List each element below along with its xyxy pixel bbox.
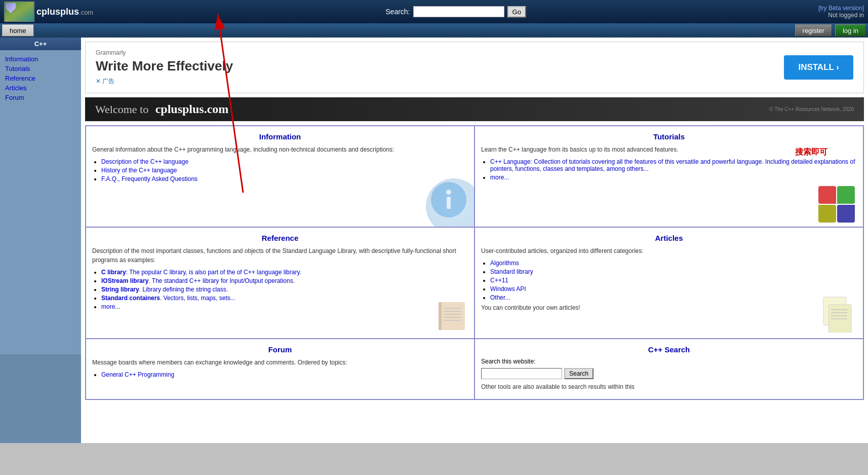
reference-desc: Description of the most important classe…: [92, 246, 468, 265]
ad-brand: Grammarly: [96, 49, 233, 56]
welcome-banner: Welcome to cplusplus.com © The C++ Resou…: [85, 97, 864, 121]
information-links: Description of the C++ language History …: [101, 158, 468, 182]
tut-link-1[interactable]: C++ Language: Collection of tutorials co…: [490, 158, 855, 172]
search-input[interactable]: [413, 6, 504, 17]
forum-title: Forum: [92, 345, 468, 354]
register-button[interactable]: register: [795, 24, 832, 36]
navbar: home register log in: [0, 23, 868, 38]
search-website-label: Search this website:: [481, 358, 857, 365]
beta-link[interactable]: [try Beta version]: [818, 5, 864, 12]
sidebar-item-reference[interactable]: Reference: [5, 75, 76, 82]
information-desc: General information about the C++ progra…: [92, 145, 468, 154]
sidebar-title: C++: [0, 38, 81, 50]
ad-banner: Grammarly Write More Effectively ✕ 广告 IN…: [85, 42, 864, 93]
art-link-3[interactable]: C++11: [490, 277, 508, 284]
search-website-row: Search: [481, 368, 857, 379]
ref-link-1[interactable]: C library: The popular C library, is als…: [101, 269, 301, 276]
home-button[interactable]: home: [2, 24, 34, 36]
articles-cell: Articles User-contributed articles, orga…: [475, 227, 863, 339]
info-link-3[interactable]: F.A.Q., Frequently Asked Questions: [101, 175, 198, 182]
art-link-4[interactable]: Windows API: [490, 285, 526, 293]
welcome-text: Welcome to: [95, 103, 148, 116]
welcome-text-area: Welcome to cplusplus.com: [95, 102, 228, 116]
search-website-button[interactable]: Search: [564, 368, 594, 379]
sidebar: C++ Information Tutorials Reference Arti…: [0, 38, 81, 443]
install-button[interactable]: INSTALL ›: [784, 55, 853, 80]
ref-link-3[interactable]: String library. Library defining the str…: [101, 286, 228, 293]
art-link-1[interactable]: Algorithms: [490, 260, 519, 267]
ad-footer[interactable]: ✕ 广告: [96, 77, 233, 86]
top-bar: cplusplus.com Search: Go [try Beta versi…: [0, 0, 868, 23]
book-decoration: [435, 297, 470, 334]
welcome-copyright: © The C++ Resources Network, 2020: [769, 106, 854, 112]
info-link-1[interactable]: Description of the C++ language: [101, 158, 188, 165]
articles-links: Algorithms Standard library C++11 Window…: [490, 260, 857, 301]
sidebar-links: Information Tutorials Reference Articles…: [0, 50, 81, 354]
cppsearch-cell: C++ Search Search this website: Search O…: [475, 339, 863, 399]
ad-content: Grammarly Write More Effectively ✕ 广告: [96, 49, 233, 86]
sidebar-item-articles[interactable]: Articles: [5, 84, 76, 92]
ref-link-4[interactable]: Standard containers. Vectors, lists, map…: [101, 295, 235, 302]
forum-link-1[interactable]: General C++ Programming: [101, 371, 174, 378]
sidebar-item-tutorials[interactable]: Tutorials: [5, 65, 76, 72]
svg-rect-7: [440, 302, 465, 330]
reference-title: Reference: [92, 234, 468, 242]
cppsearch-title: C++ Search: [481, 345, 857, 354]
logo-icon: [4, 2, 34, 22]
ref-link-2[interactable]: IOStream library. The standard C++ libra…: [101, 277, 295, 284]
logo-text-area: cplusplus.com: [36, 7, 93, 17]
info-decoration: [426, 178, 475, 227]
forum-cell: Forum Message boards where members can e…: [86, 339, 475, 399]
ad-title: Write More Effectively: [96, 58, 233, 74]
information-cell: Information General information about th…: [86, 126, 475, 227]
doc-decoration: [821, 295, 859, 334]
reference-cell: Reference Description of the most import…: [86, 227, 475, 339]
ref-link-more[interactable]: more...: [101, 303, 120, 310]
search-extra: Other tools are also available to search…: [481, 383, 857, 390]
reference-links: C library: The popular C library, is als…: [101, 269, 468, 310]
tutorials-links: C++ Language: Collection of tutorials co…: [490, 158, 857, 181]
not-logged-text: Not logged in: [818, 12, 864, 19]
tutorials-cell: Tutorials Learn the C++ language from it…: [475, 126, 863, 227]
articles-desc: User-contributed articles, organized int…: [481, 246, 857, 255]
header-search-area: Search: Go: [385, 6, 526, 18]
login-button[interactable]: log in: [835, 24, 866, 36]
forum-links: General C++ Programming: [101, 371, 468, 378]
logo-area: cplusplus.com: [4, 2, 93, 22]
art-link-5[interactable]: Other...: [490, 294, 510, 301]
user-area: [try Beta version] Not logged in: [818, 5, 864, 19]
sidebar-item-information[interactable]: Information: [5, 55, 76, 63]
svg-rect-1: [5, 2, 33, 21]
puzzle-decoration: [818, 186, 859, 223]
logo-name: cplusplus: [36, 7, 79, 17]
content-grid: Information General information about th…: [85, 125, 864, 400]
tutorials-title: Tutorials: [481, 132, 857, 141]
search-website-input[interactable]: [481, 368, 562, 379]
search-label: Search:: [385, 8, 410, 16]
sidebar-item-forum[interactable]: Forum: [5, 94, 76, 101]
main-layout: C++ Information Tutorials Reference Arti…: [0, 38, 868, 443]
information-title: Information: [92, 132, 468, 141]
svg-rect-8: [439, 302, 442, 330]
welcome-brand: cplusplus.com: [155, 102, 229, 116]
go-button[interactable]: Go: [507, 6, 526, 18]
forum-desc: Message boards where members can exchang…: [92, 358, 468, 367]
art-link-2[interactable]: Standard library: [490, 268, 533, 275]
tut-link-more[interactable]: more...: [490, 174, 509, 181]
tutorials-desc: Learn the C++ language from its basics u…: [481, 145, 857, 154]
logo-com: .com: [79, 9, 93, 16]
content-area: Grammarly Write More Effectively ✕ 广告 IN…: [81, 38, 868, 443]
articles-extra: You can contribute your own articles!: [481, 304, 857, 311]
articles-title: Articles: [481, 234, 857, 242]
info-link-2[interactable]: History of the C++ language: [101, 167, 177, 174]
